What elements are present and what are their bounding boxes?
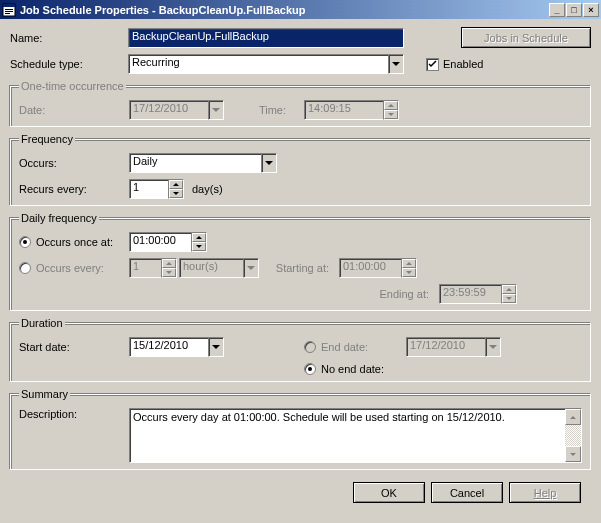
no-end-date-radio[interactable] xyxy=(304,363,316,375)
onetime-time-value: 14:09:15 xyxy=(304,100,383,120)
recurs-label: Recurs every: xyxy=(19,183,129,195)
close-button[interactable]: × xyxy=(583,3,599,17)
scroll-up-icon[interactable] xyxy=(565,409,581,425)
onetime-date-picker: 17/12/2010 xyxy=(129,100,224,120)
occurs-every-value: 1 xyxy=(129,258,161,278)
summary-legend: Summary xyxy=(19,388,70,400)
onetime-time-spinner: 14:09:15 xyxy=(304,100,399,120)
recurs-value: 1 xyxy=(129,179,168,199)
chevron-down-icon xyxy=(261,153,277,173)
end-date-radio[interactable] xyxy=(304,341,316,353)
enabled-label: Enabled xyxy=(443,58,483,70)
ending-at-spinner: 23:59:59 xyxy=(439,284,517,304)
onetime-group: One-time occurrence Date: 17/12/2010 Tim… xyxy=(10,80,591,127)
description-label: Description: xyxy=(19,408,129,420)
occurs-select[interactable]: Daily xyxy=(129,153,277,173)
occurs-every-spinner: 1 xyxy=(129,258,177,278)
starting-at-spinner: 01:00:00 xyxy=(339,258,417,278)
schedule-type-label: Schedule type: xyxy=(10,58,128,70)
daily-legend: Daily frequency xyxy=(19,212,99,224)
dialog-footer: OK Cancel Help xyxy=(10,476,591,503)
schedule-type-value: Recurring xyxy=(128,54,388,74)
occurs-once-label: Occurs once at: xyxy=(36,236,129,248)
onetime-legend: One-time occurrence xyxy=(19,80,126,92)
ending-at-value: 23:59:59 xyxy=(439,284,501,304)
occurs-label: Occurs: xyxy=(19,157,129,169)
chevron-down-icon xyxy=(485,337,501,357)
recurs-spinner[interactable]: 1 xyxy=(129,179,184,199)
start-date-value: 15/12/2010 xyxy=(129,337,208,357)
scroll-track[interactable] xyxy=(565,425,581,446)
app-icon xyxy=(2,3,16,17)
chevron-down-icon xyxy=(388,54,404,74)
occurs-every-label: Occurs every: xyxy=(36,262,129,274)
starting-at-label: Starting at: xyxy=(259,262,339,274)
svg-rect-2 xyxy=(5,9,13,10)
duration-group: Duration Start date: 15/12/2010 End date… xyxy=(10,317,591,382)
onetime-date-label: Date: xyxy=(19,104,129,116)
minimize-button[interactable]: _ xyxy=(549,3,565,17)
end-date-label: End date: xyxy=(321,341,406,353)
name-input[interactable]: BackupCleanUp.FullBackup xyxy=(128,28,404,48)
schedule-type-select[interactable]: Recurring xyxy=(128,54,404,74)
chevron-down-icon xyxy=(243,258,259,278)
occurs-once-radio[interactable] xyxy=(19,236,31,248)
onetime-date-value: 17/12/2010 xyxy=(129,100,208,120)
maximize-button[interactable]: □ xyxy=(566,3,582,17)
ending-at-label: Ending at: xyxy=(359,288,439,300)
starting-at-value: 01:00:00 xyxy=(339,258,401,278)
jobs-in-schedule-button[interactable]: Jobs in Schedule xyxy=(461,27,591,48)
description-textarea[interactable]: Occurs every day at 01:00:00. Schedule w… xyxy=(129,408,582,463)
cancel-button[interactable]: Cancel xyxy=(431,482,503,503)
occurs-once-value: 01:00:00 xyxy=(129,232,191,252)
occurs-every-unit: hour(s) xyxy=(179,258,243,278)
no-end-date-label: No end date: xyxy=(321,363,384,375)
frequency-legend: Frequency xyxy=(19,133,75,145)
occurs-every-radio[interactable] xyxy=(19,262,31,274)
occurs-once-time-spinner[interactable]: 01:00:00 xyxy=(129,232,207,252)
description-value: Occurs every day at 01:00:00. Schedule w… xyxy=(133,411,505,423)
frequency-group: Frequency Occurs: Daily Recurs every: 1 … xyxy=(10,133,591,206)
name-label: Name: xyxy=(10,32,128,44)
occurs-value: Daily xyxy=(129,153,261,173)
svg-rect-4 xyxy=(5,13,10,14)
help-button-label: Help xyxy=(534,487,557,499)
svg-rect-3 xyxy=(5,11,13,12)
recurs-unit: day(s) xyxy=(192,183,223,195)
scrollbar[interactable] xyxy=(565,409,581,462)
daily-frequency-group: Daily frequency Occurs once at: 01:00:00… xyxy=(10,212,591,311)
chevron-down-icon xyxy=(208,337,224,357)
title-bar: Job Schedule Properties - BackupCleanUp.… xyxy=(0,0,601,19)
onetime-time-label: Time: xyxy=(224,104,304,116)
occurs-every-unit-select: hour(s) xyxy=(179,258,259,278)
end-date-value: 17/12/2010 xyxy=(406,337,485,357)
help-button[interactable]: Help xyxy=(509,482,581,503)
window-title: Job Schedule Properties - BackupCleanUp.… xyxy=(20,4,549,16)
scroll-down-icon[interactable] xyxy=(565,446,581,462)
start-date-label: Start date: xyxy=(19,341,129,353)
duration-legend: Duration xyxy=(19,317,65,329)
enabled-checkbox[interactable] xyxy=(426,58,439,71)
chevron-down-icon xyxy=(208,100,224,120)
svg-rect-1 xyxy=(3,4,15,7)
start-date-picker[interactable]: 15/12/2010 xyxy=(129,337,224,357)
ok-button[interactable]: OK xyxy=(353,482,425,503)
end-date-picker: 17/12/2010 xyxy=(406,337,501,357)
summary-group: Summary Description: Occurs every day at… xyxy=(10,388,591,470)
